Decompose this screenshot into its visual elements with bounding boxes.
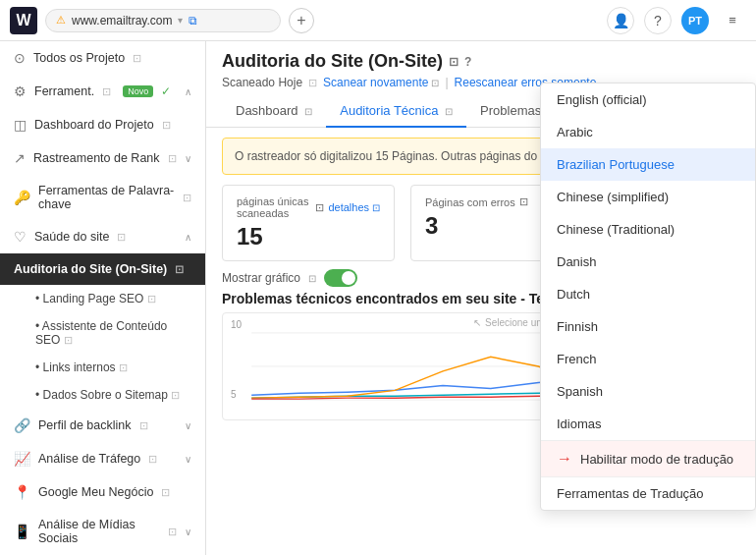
sidebar-item-midias[interactable]: 📱 Análise de Mídias Sociais ⊡ ∨ xyxy=(0,509,205,554)
stat-erros-value: 3 xyxy=(425,212,553,240)
sidebar-item-landing[interactable]: • Landing Page SEO ⊡ xyxy=(0,285,205,312)
stat-unicas: páginas únicas scaneadas ⊡ detalhes ⊡ 15 xyxy=(222,185,395,261)
tab-tecnica-label: Auditoria Técnica xyxy=(340,103,438,118)
user-avatar[interactable]: PT xyxy=(681,7,709,34)
dashboard-icon: ◫ xyxy=(14,117,27,133)
dropdown-french-label: French xyxy=(557,352,596,366)
dropdown-item-french[interactable]: French xyxy=(541,343,755,375)
url-dropdown-icon: ▾ xyxy=(178,15,183,26)
sidebar-label-dashboard: Dashboard do Projeto xyxy=(34,118,154,132)
url-external-icon[interactable]: ⧉ xyxy=(189,14,197,28)
tab-dashboard-label: Dashboard xyxy=(236,103,298,118)
topbar-right: 👤 ? PT ≡ xyxy=(607,7,746,34)
page-title-help-icon[interactable]: ? xyxy=(464,55,471,69)
sidebar-item-todos[interactable]: ⊙ Todos os Projeto ⊡ xyxy=(0,41,205,75)
dropdown-item-danish[interactable]: Danish xyxy=(541,246,755,278)
stat-unicas-ext-icon: ⊡ xyxy=(315,201,324,214)
dropdown-item-brazilianpt[interactable]: Brazilian Portuguese xyxy=(541,148,755,181)
detalhes-link[interactable]: detalhes ⊡ xyxy=(328,201,380,213)
scaneado-label: Scaneado Hoje xyxy=(222,76,302,89)
gear-icon: ⚙ xyxy=(14,83,27,99)
cursor-icon: ↖ xyxy=(473,317,481,328)
url-bar[interactable]: ⚠ www.emailtray.com ▾ ⧉ xyxy=(45,9,281,32)
keyword-icon: 🔑 xyxy=(14,190,30,205)
stat-erros-ext-icon: ⊡ xyxy=(519,195,528,208)
sidebar-item-links[interactable]: • Links internos ⊡ xyxy=(0,354,205,381)
sidebar-item-perfil[interactable]: 🔗 Perfil de backlink ⊡ ∨ xyxy=(0,409,205,442)
sidebar-item-rastreamento[interactable]: ↗ Rastreamento de Rank ⊡ ∨ xyxy=(0,141,205,175)
help-icon[interactable]: ? xyxy=(644,7,672,34)
stat-erros-label-text: Páginas com erros xyxy=(425,196,515,208)
dropdown-ferramentas-label: Ferramentas de Tradução xyxy=(557,486,704,501)
hamburger-menu[interactable]: ≡ xyxy=(719,7,746,34)
chart-y1-label: 10 xyxy=(231,319,242,330)
layout: ⊙ Todos os Projeto ⊡ ⚙ Ferrament. ⊡ Novo… xyxy=(0,41,756,555)
chart-y2-label: 5 xyxy=(231,389,237,400)
sidebar-label-dados: • Dados Sobre o Sitemap xyxy=(35,388,168,402)
page-title-ext-icon: ⊡ xyxy=(449,55,459,69)
sidebar-item-google[interactable]: 📍 Google Meu Negócio ⊡ xyxy=(0,475,205,509)
show-graph-icon: ⊡ xyxy=(308,273,316,284)
sidebar-label-palavrachave: Ferramentas de Palavra-chave xyxy=(38,184,175,211)
sidebar-item-ferrament[interactable]: ⚙ Ferrament. ⊡ Novo ✓ ∧ xyxy=(0,75,205,108)
dropdown-finnish-label: Finnish xyxy=(557,319,598,334)
show-graph-label: Mostrar gráfico xyxy=(222,271,300,285)
dropdown-item-arabic[interactable]: Arabic xyxy=(541,116,755,148)
novo-badge: Novo xyxy=(123,85,153,97)
sidebar-item-palavrachave[interactable]: 🔑 Ferramentas de Palavra-chave ⊡ xyxy=(0,175,205,220)
scanear-novamente-link[interactable]: Scanear novamente ⊡ xyxy=(323,76,439,89)
tab-tecnica[interactable]: Auditoria Técnica ⊡ xyxy=(326,95,466,128)
url-warning-icon: ⚠ xyxy=(56,14,66,27)
dropdown-chinese-t-label: Chinese (Traditional) xyxy=(557,222,675,237)
midias-chevron: ∨ xyxy=(185,527,191,537)
sidebar-item-assistente[interactable]: • Assistente de Conteúdo SEO ⊡ xyxy=(0,312,205,354)
dashboard-ext-icon: ⊡ xyxy=(162,119,171,132)
dropdown-item-idiomas[interactable]: Idiomas xyxy=(541,408,755,440)
sidebar-label-analise: Análise de Tráfego xyxy=(38,452,140,466)
rastreamento-chevron: ∨ xyxy=(185,153,191,164)
topbar: W ⚠ www.emailtray.com ▾ ⧉ + 👤 ? PT ≡ xyxy=(0,0,756,41)
scan-ext-icon: ⊡ xyxy=(308,77,317,89)
show-graph-toggle[interactable] xyxy=(324,269,357,287)
sidebar-item-analise[interactable]: 📈 Análise de Tráfego ⊡ ∨ xyxy=(0,442,205,475)
tab-dashboard[interactable]: Dashboard ⊡ xyxy=(222,95,326,128)
sidebar-item-dashboard[interactable]: ◫ Dashboard do Projeto ⊡ xyxy=(0,108,205,141)
dropdown-item-dutch[interactable]: Dutch xyxy=(541,278,755,310)
dropdown-item-ferramentas[interactable]: Ferramentas de Tradução xyxy=(541,476,755,510)
dropdown-item-english[interactable]: English (official) xyxy=(541,83,755,116)
url-text: www.emailtray.com xyxy=(72,14,172,28)
tab-tecnica-icon: ⊡ xyxy=(445,106,453,117)
dropdown-chinese-s-label: Chinese (simplified) xyxy=(557,190,669,204)
sidebar-label-google: Google Meu Negócio xyxy=(38,485,153,499)
stat-erros-label: Páginas com erros ⊡ xyxy=(425,195,553,208)
links-ext-icon: ⊡ xyxy=(119,361,128,373)
sidebar-label-landing: • Landing Page SEO xyxy=(35,292,143,305)
dropdown-danish-label: Danish xyxy=(557,254,596,269)
sidebar-label-midias: Análise de Mídias Sociais xyxy=(38,518,160,545)
perfil-ext-icon: ⊡ xyxy=(139,419,148,432)
dropdown-brazilianpt-label: Brazilian Portuguese xyxy=(557,157,675,172)
dropdown-item-spanish[interactable]: Spanish xyxy=(541,375,755,408)
scanear-novamente-text: Scanear novamente xyxy=(323,76,428,89)
dropdown-idiomas-label: Idiomas xyxy=(557,416,602,431)
palavrachave-ext-icon: ⊡ xyxy=(183,192,191,204)
page-title-text: Auditoria do Site (On-Site) xyxy=(222,51,443,72)
users-icon[interactable]: 👤 xyxy=(607,7,634,34)
auditoria-ext-icon: ⊡ xyxy=(175,263,184,276)
sidebar-item-dados[interactable]: • Dados Sobre o Sitemap ⊡ xyxy=(0,381,205,409)
sidebar-item-auditoria[interactable]: Auditoria do Site (On-Site) ⊡ xyxy=(0,253,205,285)
sidebar-label-assistente: • Assistente de Conteúdo SEO xyxy=(35,319,167,347)
analise-ext-icon: ⊡ xyxy=(148,453,157,466)
dropdown-item-chinese-s[interactable]: Chinese (simplified) xyxy=(541,181,755,213)
assistente-ext-icon: ⊡ xyxy=(64,334,73,346)
stat-unicas-value: 15 xyxy=(237,223,380,250)
dropdown-item-chinese-t[interactable]: Chinese (Traditional) xyxy=(541,213,755,246)
dropdown-item-habilitar[interactable]: → Habilitar modo de tradução xyxy=(541,440,755,476)
ferrament-ext-icon: ⊡ xyxy=(102,85,111,98)
rastreamento-ext-icon: ⊡ xyxy=(168,152,177,165)
sidebar-item-saude[interactable]: ♡ Saúde do site ⊡ ∧ xyxy=(0,220,205,253)
stat-unicas-label-text: páginas únicas scaneadas xyxy=(237,195,311,219)
dropdown-item-finnish[interactable]: Finnish xyxy=(541,310,755,343)
sidebar-label-todos: Todos os Projeto xyxy=(33,51,125,65)
add-tab-button[interactable]: + xyxy=(289,8,314,33)
